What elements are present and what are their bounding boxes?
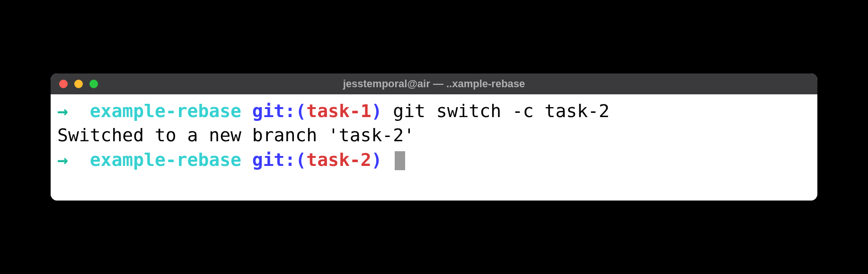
- command-text: git switch -c task-2: [393, 100, 610, 121]
- terminal-body[interactable]: → example-rebase git:(task-1) git switch…: [51, 94, 817, 201]
- terminal-window: jesstemporal@air — ..xample-rebase → exa…: [51, 73, 817, 201]
- git-label: git:: [252, 149, 296, 170]
- branch-name: task-2: [306, 149, 371, 170]
- maximize-icon[interactable]: [89, 80, 98, 88]
- prompt-line-2: → example-rebase git:(task-2): [57, 148, 811, 172]
- cursor: [395, 151, 405, 170]
- titlebar: jesstemporal@air — ..xample-rebase: [51, 73, 817, 94]
- paren-close: ): [372, 100, 382, 121]
- paren-close: ): [372, 149, 382, 170]
- window-title: jesstemporal@air — ..xample-rebase: [343, 78, 525, 90]
- prompt-arrow: →: [57, 149, 68, 170]
- git-label: git:: [252, 100, 296, 121]
- output-line: Switched to a new branch 'task-2': [57, 123, 811, 147]
- traffic-lights: [59, 80, 98, 88]
- paren-open: (: [295, 100, 306, 121]
- prompt-directory: example-rebase: [90, 149, 241, 170]
- minimize-icon[interactable]: [74, 80, 83, 88]
- prompt-arrow: →: [57, 100, 68, 121]
- prompt-line-1: → example-rebase git:(task-1) git switch…: [57, 99, 811, 123]
- branch-name: task-1: [306, 100, 371, 121]
- paren-open: (: [295, 149, 306, 170]
- close-icon[interactable]: [59, 80, 68, 88]
- prompt-directory: example-rebase: [90, 100, 241, 121]
